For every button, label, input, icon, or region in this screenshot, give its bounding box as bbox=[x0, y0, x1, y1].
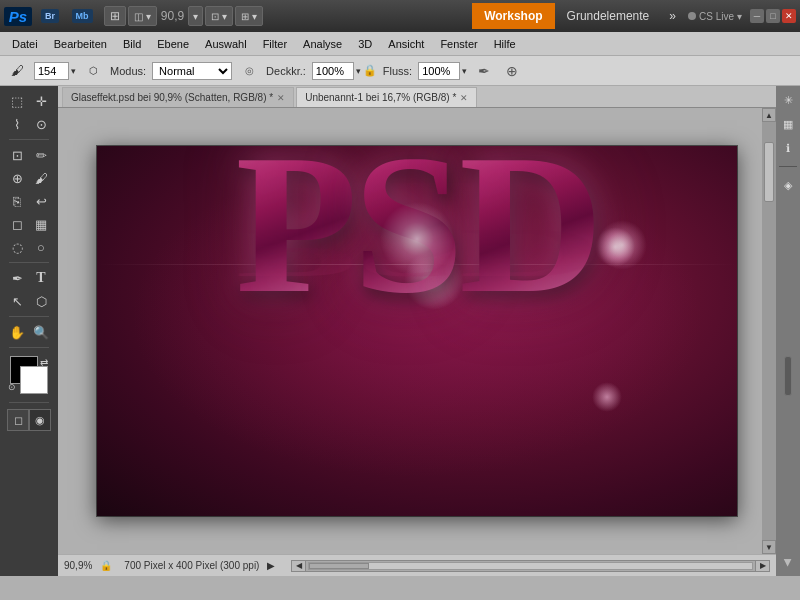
display-mode-btn[interactable]: ⊡ ▾ bbox=[205, 6, 233, 26]
quick-select-tool[interactable]: ⊙ bbox=[29, 113, 53, 135]
status-arrow[interactable]: ▶ bbox=[267, 560, 275, 571]
lasso-move-tool[interactable]: ✛ bbox=[29, 90, 53, 112]
marquee-tool[interactable]: ⬚ bbox=[5, 90, 29, 112]
tab-unbenannt[interactable]: Unbenannt-1 bei 16,7% (RGB/8) * ✕ bbox=[296, 87, 477, 107]
tab-close-unbenannt[interactable]: ✕ bbox=[460, 93, 468, 103]
tab-close-glaseffekt[interactable]: ✕ bbox=[277, 93, 285, 103]
toolbar-divider3 bbox=[9, 316, 49, 317]
deckkraft-input[interactable] bbox=[312, 62, 354, 80]
airbrush-icon[interactable]: ◎ bbox=[238, 60, 260, 82]
scroll-up-arrow[interactable]: ▲ bbox=[762, 108, 776, 122]
panel-btn-1[interactable]: ✳ bbox=[778, 90, 798, 110]
panel-collapse-arrow[interactable]: ▶ bbox=[783, 559, 794, 567]
brush-mode-btn[interactable]: ◫ ▾ bbox=[128, 6, 157, 26]
psd-text-container: P S D PSD bbox=[97, 146, 737, 516]
background-color[interactable] bbox=[20, 366, 48, 394]
psd-reflection: PSD bbox=[97, 213, 737, 293]
type-tool[interactable]: T bbox=[29, 267, 53, 289]
scroll-left-arrow[interactable]: ◀ bbox=[292, 561, 306, 571]
healing-tool[interactable]: ⊕ bbox=[5, 167, 29, 189]
brush-size-arrow[interactable]: ▾ bbox=[71, 66, 76, 76]
gradient-tool[interactable]: ▦ bbox=[29, 213, 53, 235]
scroll-thumb-v[interactable] bbox=[764, 142, 774, 202]
modus-dropdown[interactable]: Normal bbox=[152, 62, 232, 80]
eraser-tool[interactable]: ◻ bbox=[5, 213, 29, 235]
status-icon: 🔒 bbox=[100, 560, 112, 571]
psd-canvas: P S D PSD bbox=[97, 146, 737, 516]
blur-tool[interactable]: ◌ bbox=[5, 236, 29, 258]
menu-ansicht[interactable]: Ansicht bbox=[380, 36, 432, 52]
lock-icon: 🔒 bbox=[100, 560, 112, 571]
menu-filter[interactable]: Filter bbox=[255, 36, 295, 52]
maximize-button[interactable]: □ bbox=[766, 9, 780, 23]
fluss-input[interactable] bbox=[418, 62, 460, 80]
fluss-label: Fluss: bbox=[383, 65, 412, 77]
tablet-icon[interactable]: ✒ bbox=[473, 60, 495, 82]
panel-scroll-indicator bbox=[784, 356, 792, 396]
statusbar: 90,9% 🔒 700 Pixel x 400 Pixel (300 ppi) … bbox=[58, 554, 776, 576]
brush-size-input[interactable] bbox=[34, 62, 69, 80]
menu-datei[interactable]: Datei bbox=[4, 36, 46, 52]
menu-fenster[interactable]: Fenster bbox=[432, 36, 485, 52]
canvas-container: P S D PSD bbox=[96, 145, 738, 517]
tablet-icon2[interactable]: ⊕ bbox=[501, 60, 523, 82]
workshop-button[interactable]: Workshop bbox=[472, 3, 554, 29]
clone-stamp-tool[interactable]: ⎘ bbox=[5, 190, 29, 212]
deckkraft-arrow[interactable]: ▾ bbox=[356, 66, 361, 76]
hand-tool[interactable]: ✋ bbox=[5, 321, 29, 343]
panel-btn-3[interactable]: ℹ bbox=[778, 138, 798, 158]
path-select-tool[interactable]: ↖ bbox=[5, 290, 29, 312]
main-area: ⬚ ✛ ⌇ ⊙ ⊡ ✏ ⊕ 🖌 ⎘ ↩ ◻ ▦ ◌ ○ ✒ bbox=[0, 86, 800, 576]
history-brush-tool[interactable]: ↩ bbox=[29, 190, 53, 212]
br-logo[interactable]: Br bbox=[36, 2, 64, 30]
brush-preset-icon[interactable]: ⬡ bbox=[82, 60, 104, 82]
menu-3d[interactable]: 3D bbox=[350, 36, 380, 52]
panel-btn-4[interactable]: ◈ bbox=[778, 175, 798, 195]
arrange-btn[interactable]: ⊞ ▾ bbox=[235, 6, 263, 26]
menu-auswahl[interactable]: Auswahl bbox=[197, 36, 255, 52]
standard-mode-btn[interactable]: ◻ bbox=[7, 409, 29, 431]
panel-scroll-area bbox=[776, 199, 800, 553]
shape-tool[interactable]: ⬡ bbox=[29, 290, 53, 312]
optionsbar: 🖌 ▾ ⬡ Modus: Normal ◎ Deckkr.: ▾ 🔒 Fluss… bbox=[0, 56, 800, 86]
quick-mask-btn[interactable]: ◉ bbox=[29, 409, 51, 431]
cs-live[interactable]: CS Live ▾ bbox=[688, 11, 742, 22]
menu-bild[interactable]: Bild bbox=[115, 36, 149, 52]
color-picker: ⇄ ⊙ bbox=[6, 356, 52, 394]
lasso-tool[interactable]: ⌇ bbox=[5, 113, 29, 135]
canvas-background: P S D PSD bbox=[97, 146, 737, 516]
more-workspaces-button[interactable]: » bbox=[661, 5, 684, 27]
scroll-down-arrow[interactable]: ▼ bbox=[762, 540, 776, 554]
eyedropper-tool[interactable]: ✏ bbox=[29, 144, 53, 166]
close-button[interactable]: ✕ bbox=[782, 9, 796, 23]
canvas-viewport: P S D PSD bbox=[58, 108, 776, 554]
menu-ebene[interactable]: Ebene bbox=[149, 36, 197, 52]
h-scroll-thumb[interactable] bbox=[309, 563, 369, 569]
brush-tool[interactable]: 🖌 bbox=[29, 167, 53, 189]
h-scroll-track bbox=[308, 562, 753, 570]
mb-logo[interactable]: Mb bbox=[68, 2, 96, 30]
crop-tool[interactable]: ⊡ bbox=[5, 144, 29, 166]
dodge-tool[interactable]: ○ bbox=[29, 236, 53, 258]
grundelemente-button[interactable]: Grundelemente bbox=[559, 5, 658, 27]
zoom-tool[interactable]: 🔍 bbox=[29, 321, 53, 343]
swap-colors-icon[interactable]: ⇄ bbox=[40, 357, 48, 368]
vertical-scrollbar[interactable]: ▲ ▼ bbox=[762, 108, 776, 554]
window-controls: ─ □ ✕ bbox=[750, 9, 796, 23]
menu-analyse[interactable]: Analyse bbox=[295, 36, 350, 52]
menu-bearbeiten[interactable]: Bearbeiten bbox=[46, 36, 115, 52]
tab-glaseffekt[interactable]: Glaseffekt.psd bei 90,9% (Schatten, RGB/… bbox=[62, 87, 294, 107]
brush-tool-icon[interactable]: 🖌 bbox=[6, 60, 28, 82]
scroll-right-arrow[interactable]: ▶ bbox=[755, 561, 769, 571]
zoom-dropdown[interactable]: ▾ bbox=[188, 6, 203, 26]
minimize-button[interactable]: ─ bbox=[750, 9, 764, 23]
view-mode-btn[interactable]: ⊞ bbox=[104, 6, 126, 26]
fluss-arrow[interactable]: ▾ bbox=[462, 66, 467, 76]
reset-colors-icon[interactable]: ⊙ bbox=[8, 382, 16, 392]
menu-hilfe[interactable]: Hilfe bbox=[486, 36, 524, 52]
pen-tool[interactable]: ✒ bbox=[5, 267, 29, 289]
titlebar: Ps Br Mb ⊞ ◫ ▾ 90,9 ▾ ⊡ ▾ ⊞ ▾ Workshop G… bbox=[0, 0, 800, 32]
horizontal-scrollbar[interactable]: ◀ ▶ bbox=[291, 560, 770, 572]
menubar: Datei Bearbeiten Bild Ebene Auswahl Filt… bbox=[0, 32, 800, 56]
panel-btn-2[interactable]: ▦ bbox=[778, 114, 798, 134]
